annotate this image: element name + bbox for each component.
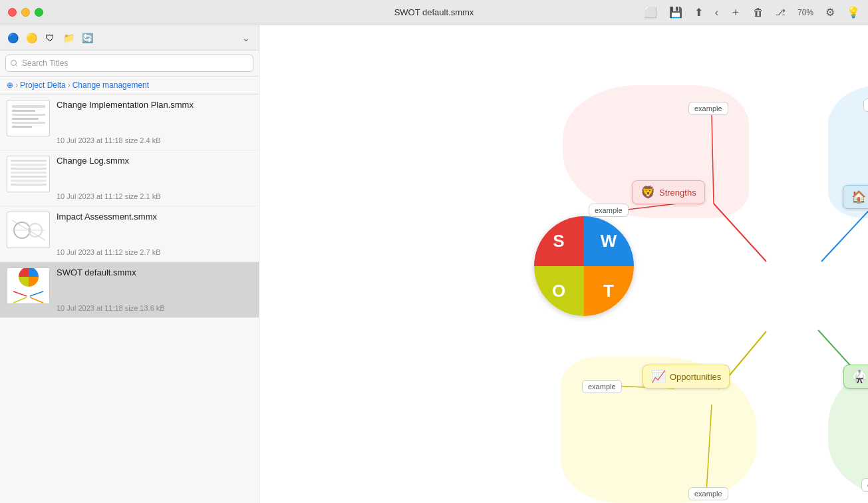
breadcrumb-folder[interactable]: Change management — [72, 81, 149, 90]
opportunities-label: Opportunities — [670, 372, 721, 382]
app-body: 🔵 🟡 🛡 📁 🔄 ⌄ ⊕ › Project Delta › Change m… — [0, 25, 868, 503]
file-name: Impact Assessment.smmx — [57, 212, 252, 222]
svg-rect-10 — [11, 176, 47, 178]
file-info: SWOT default.smmx 10 Jul 2023 at 11:18 s… — [57, 267, 252, 312]
file-name: SWOT default.smmx — [57, 267, 252, 277]
breadcrumb-project[interactable]: Project Delta — [20, 81, 66, 90]
swot-center: S W O T — [534, 216, 634, 316]
svg-rect-6 — [11, 160, 47, 162]
fullscreen-button[interactable] — [35, 8, 43, 17]
titlebar-actions: ⬜ 💾 ⬆ ‹ ＋ 🗑 ⎇ 70% ⚙ 💡 — [644, 5, 860, 19]
strengths-label: Strengths — [659, 188, 696, 198]
file-thumbnail — [7, 100, 50, 136]
weaknesses-bubble-top[interactable]: example — [863, 98, 868, 112]
strengths-node[interactable]: 🦁 Strengths — [632, 180, 705, 204]
svg-rect-8 — [11, 168, 47, 170]
svg-line-18 — [30, 291, 43, 296]
swot-w-quadrant: W — [584, 216, 634, 266]
refresh-icon[interactable]: 🔄 — [80, 31, 94, 45]
opportunities-bubble-bottom[interactable]: example — [688, 487, 728, 500]
zoom-label[interactable]: 70% — [797, 8, 813, 17]
list-item[interactable]: Impact Assessment.smmx 10 Jul 2023 at 11… — [0, 206, 259, 262]
svg-rect-0 — [12, 105, 45, 108]
file-meta: 10 Jul 2023 at 11:18 size 13.6 kB — [57, 304, 252, 312]
drive-icon[interactable]: 🟡 — [24, 31, 39, 45]
list-item[interactable]: Change Log.smmx 10 Jul 2023 at 11:12 siz… — [0, 150, 259, 206]
expand-icon[interactable]: ⌄ — [239, 31, 253, 45]
file-thumbnail — [7, 212, 50, 248]
folder-icon[interactable]: 📁 — [61, 31, 76, 45]
svg-rect-5 — [12, 126, 32, 128]
svg-rect-11 — [11, 180, 47, 182]
svg-line-22 — [712, 115, 714, 204]
swot-s-quadrant: S — [534, 216, 584, 266]
file-meta: 10 Jul 2023 at 11:18 size 2.4 kB — [57, 136, 252, 144]
svg-line-17 — [13, 291, 27, 296]
file-name: Change Implementation Plan.smmx — [57, 100, 252, 110]
svg-rect-7 — [11, 164, 47, 166]
search-bar — [0, 51, 259, 77]
threats-bubble-bottom[interactable]: example — [861, 478, 868, 492]
svg-rect-9 — [11, 172, 47, 174]
opportunities-icon: 📈 — [651, 369, 666, 384]
svg-line-21 — [714, 204, 766, 261]
svg-rect-4 — [12, 122, 45, 124]
swot-o-quadrant: O — [534, 266, 584, 316]
search-input[interactable] — [5, 55, 253, 72]
sidebar: 🔵 🟡 🛡 📁 🔄 ⌄ ⊕ › Project Delta › Change m… — [0, 25, 259, 503]
file-meta: 10 Jul 2023 at 11:12 size 2.1 kB — [57, 192, 252, 200]
window-title: SWOT default.smmx — [394, 7, 474, 17]
dropbox-icon[interactable]: 🔵 — [5, 31, 20, 45]
canvas[interactable]: S W O T 🦁 Strengths 🏠 Weaknesses 📈 Oppor… — [259, 25, 868, 503]
titlebar: SWOT default.smmx ⬜ 💾 ⬆ ‹ ＋ 🗑 ⎇ 70% ⚙ 💡 — [0, 0, 868, 25]
strengths-icon: 🦁 — [641, 185, 655, 200]
svg-rect-2 — [12, 114, 45, 116]
file-thumbnail — [7, 267, 50, 304]
shield-icon[interactable]: 🛡 — [43, 31, 57, 45]
file-list: Change Implementation Plan.smmx 10 Jul 2… — [0, 94, 259, 503]
file-thumbnail — [7, 156, 50, 192]
svg-rect-3 — [12, 118, 39, 120]
threats-icon: 🥋 — [852, 369, 867, 384]
breadcrumb: ⊕ › Project Delta › Change management — [0, 77, 259, 94]
sidebar-toolbar: 🔵 🟡 🛡 📁 🔄 ⌄ — [0, 25, 259, 51]
branch-icon[interactable]: ⎇ — [776, 7, 786, 17]
file-meta: 10 Jul 2023 at 11:12 size 2.7 kB — [57, 248, 252, 256]
bulb-icon[interactable]: 💡 — [847, 6, 860, 19]
threats-node[interactable]: 🥋 Threats — [843, 365, 868, 389]
panel-icon[interactable]: ⬜ — [644, 6, 657, 19]
weaknesses-node[interactable]: 🏠 Weaknesses — [843, 185, 868, 209]
list-item[interactable]: Change Implementation Plan.smmx 10 Jul 2… — [0, 94, 259, 150]
breadcrumb-home[interactable]: ⊕ — [7, 81, 13, 90]
swot-t-quadrant: T — [584, 266, 634, 316]
close-button[interactable] — [8, 8, 17, 17]
svg-rect-1 — [12, 110, 35, 112]
opportunities-bubble-left[interactable]: example — [582, 380, 622, 393]
file-info: Change Implementation Plan.smmx 10 Jul 2… — [57, 100, 252, 144]
minimize-button[interactable] — [21, 8, 30, 17]
strengths-bubble-left[interactable]: example — [589, 204, 629, 217]
settings-icon[interactable]: ⚙ — [825, 6, 835, 19]
file-name: Change Log.smmx — [57, 156, 252, 166]
list-item[interactable]: SWOT default.smmx 10 Jul 2023 at 11:18 s… — [0, 262, 259, 318]
delete-icon[interactable]: 🗑 — [753, 7, 764, 19]
svg-line-23 — [622, 204, 677, 210]
svg-rect-12 — [11, 184, 47, 186]
file-info: Change Log.smmx 10 Jul 2023 at 11:12 siz… — [57, 156, 252, 200]
svg-line-24 — [821, 204, 868, 261]
svg-line-20 — [30, 297, 43, 303]
svg-line-29 — [706, 405, 712, 492]
svg-line-19 — [13, 297, 27, 303]
share-icon[interactable]: ⬆ — [694, 6, 703, 19]
opportunities-node[interactable]: 📈 Opportunities — [643, 365, 730, 389]
save-icon[interactable]: 💾 — [669, 6, 682, 19]
back-icon[interactable]: ‹ — [715, 7, 718, 19]
weaknesses-icon: 🏠 — [851, 190, 866, 204]
strengths-bubble-top[interactable]: example — [688, 102, 728, 115]
add-icon[interactable]: ＋ — [730, 5, 741, 19]
file-info: Impact Assessment.smmx 10 Jul 2023 at 11… — [57, 212, 252, 256]
traffic-lights — [8, 8, 43, 17]
